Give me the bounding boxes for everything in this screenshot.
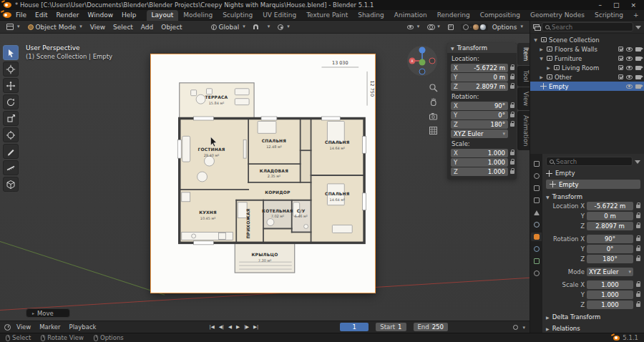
next-keyframe-button[interactable]: |▶ (244, 324, 249, 330)
properties-tab-constraints[interactable] (531, 245, 542, 253)
disclosure-icon[interactable]: ▶ (538, 74, 545, 79)
jump-to-start-button[interactable]: |◀ (210, 324, 215, 330)
scale-x-field[interactable]: X1.000 (451, 149, 508, 157)
prop-rotation-z-field[interactable]: 180° (587, 255, 633, 263)
outliner-editor-icon[interactable] (533, 24, 540, 30)
select-box-tool-button[interactable] (3, 45, 19, 60)
location-x-field[interactable]: X-5.6722 m (451, 64, 508, 72)
lock-icon[interactable] (510, 123, 514, 127)
prop-scale-z-field[interactable]: 1.000 (587, 301, 633, 309)
outliner-search-input[interactable] (552, 24, 630, 31)
outliner-row-furniture[interactable]: ▼ Furniture (530, 54, 644, 63)
close-button[interactable]: × (630, 1, 636, 9)
shading-wireframe-icon[interactable] (463, 24, 469, 30)
sidebar-tab-view[interactable]: View (517, 87, 530, 110)
workspace-tab-layout[interactable]: Layout (147, 10, 179, 21)
lock-icon[interactable] (510, 152, 514, 155)
menu-file[interactable]: File (11, 10, 31, 21)
location-z-field[interactable]: Z2.8097 m (451, 82, 508, 91)
prop-scale-x-field[interactable]: 1.000 (587, 280, 633, 289)
exclude-checkbox[interactable] (618, 47, 623, 52)
disable-render-icon[interactable] (635, 84, 641, 89)
workspace-tab-modeling[interactable]: Modeling (178, 10, 218, 21)
disclosure-icon[interactable]: ▼ (532, 37, 539, 42)
scale-y-field[interactable]: Y1.000 (451, 158, 508, 167)
timeline-options-dropdown[interactable] (521, 323, 525, 331)
workspace-tab-rendering[interactable]: Rendering (432, 10, 475, 21)
play-reverse-button[interactable]: ◀ (228, 324, 232, 330)
lock-icon[interactable] (636, 238, 640, 241)
disable-render-icon[interactable] (635, 66, 641, 70)
properties-search[interactable] (546, 157, 633, 166)
lock-icon[interactable] (636, 205, 640, 208)
timeline-editor-icon[interactable] (4, 324, 11, 331)
lock-icon[interactable] (636, 258, 640, 261)
relations-section-header[interactable]: ▶ Relations (546, 325, 640, 332)
lock-icon[interactable] (510, 170, 514, 174)
menu-object[interactable]: Object (157, 21, 185, 33)
outliner-row-other[interactable]: ▶ Other (530, 72, 644, 82)
add-workspace-button[interactable]: + (628, 10, 644, 21)
exclude-checkbox[interactable] (618, 65, 623, 70)
lock-icon[interactable] (636, 225, 640, 228)
pan-button[interactable] (428, 97, 439, 107)
toggle-grid-button[interactable] (428, 125, 439, 136)
lock-icon[interactable] (636, 303, 640, 307)
prop-rotation-x-field[interactable]: 90° (587, 235, 633, 243)
transform-panel-header[interactable]: ▼ Transform (447, 43, 517, 53)
filter-icon[interactable] (635, 160, 640, 164)
lock-icon[interactable] (636, 293, 640, 297)
properties-tab-output[interactable] (531, 184, 542, 192)
workspace-tab-sculpting[interactable]: Sculpting (218, 10, 258, 21)
disable-render-icon[interactable] (635, 75, 641, 79)
lock-icon[interactable] (510, 104, 514, 108)
minimize-button[interactable]: – (598, 1, 602, 9)
menu-render[interactable]: Render (52, 10, 84, 21)
hide-eye-icon[interactable] (626, 57, 633, 61)
prop-location-x-field[interactable]: -5.6722 m (587, 202, 633, 210)
measure-tool-button[interactable] (3, 160, 19, 175)
disclosure-icon[interactable]: ▶ (538, 47, 545, 52)
move-tool-button[interactable] (3, 78, 19, 93)
properties-tab-tool[interactable] (531, 160, 542, 168)
lock-icon[interactable] (510, 161, 514, 165)
floorplan-image-empty[interactable]: 13 030 12 750 (150, 54, 376, 293)
blender-menu-button[interactable] (3, 12, 11, 18)
disclosure-icon[interactable]: ▼ (538, 56, 545, 61)
timeline-menu-marker[interactable]: Marker (36, 323, 63, 331)
hide-eye-icon[interactable] (626, 84, 633, 89)
menu-help[interactable]: Help (117, 10, 141, 21)
gizmo-z-axis[interactable] (419, 47, 426, 54)
gizmo-y-axis[interactable] (419, 59, 426, 66)
add-cube-tool-button[interactable] (3, 177, 19, 192)
transform-tool-button[interactable] (3, 127, 19, 142)
shading-solid-active[interactable] (470, 26, 472, 28)
proportional-editing-toggle[interactable] (274, 21, 293, 33)
properties-tab-view-layer[interactable] (531, 196, 542, 205)
transform-orientation-selector[interactable]: Global (208, 21, 249, 33)
properties-tab-physics[interactable] (531, 269, 542, 278)
viewport-canvas[interactable]: User Perspective (1) Scene Collection | … (0, 34, 530, 321)
jump-to-end-button[interactable]: ▶| (253, 324, 258, 330)
zoom-button[interactable] (428, 82, 439, 93)
disable-render-icon[interactable] (635, 57, 641, 61)
properties-tab-object[interactable] (531, 233, 542, 241)
visibility-dropdown[interactable] (404, 21, 424, 33)
auto-keying-icon[interactable] (513, 325, 518, 330)
properties-tab-render[interactable] (531, 172, 542, 180)
snap-toggle[interactable] (250, 21, 262, 33)
workspace-tab-texture-paint[interactable]: Texture Paint (301, 10, 353, 21)
rotation-y-field[interactable]: Y0° (451, 111, 508, 119)
lock-icon[interactable] (510, 85, 514, 89)
outliner-row-scene-collection[interactable]: ▼ Scene Collection (530, 35, 644, 44)
hide-eye-icon[interactable] (626, 66, 633, 70)
properties-tab-world[interactable] (531, 220, 542, 229)
frame-start-field[interactable]: Start 1 (376, 323, 406, 331)
cursor-tool-button[interactable] (3, 62, 19, 77)
options-dropdown[interactable]: Options (489, 21, 527, 33)
rotation-x-field[interactable]: X90° (451, 102, 508, 110)
shading-material-icon[interactable] (473, 24, 479, 30)
mode-selector[interactable]: Object Mode (24, 21, 86, 33)
workspace-tab-geometry-nodes[interactable]: Geometry Nodes (525, 10, 590, 21)
shading-rendered-icon[interactable] (480, 24, 486, 30)
